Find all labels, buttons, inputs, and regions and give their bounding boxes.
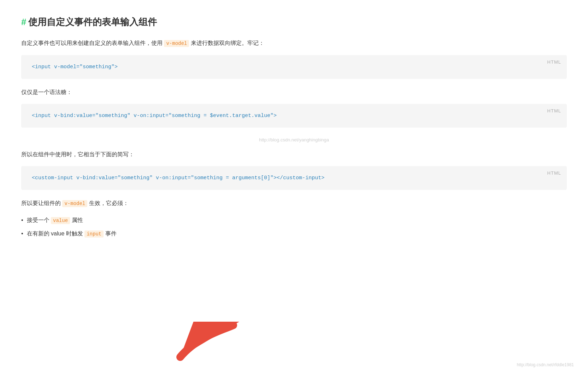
list-item-1-part2: 属性 (72, 217, 83, 223)
lang-label-3: HTML (547, 169, 561, 177)
intro-text-2: 来进行数据双向绑定。牢记： (191, 40, 264, 46)
lang-label-1: HTML (547, 58, 561, 66)
paragraph-4: 所以要让组件的 v-model 生效，它必须： (21, 198, 567, 208)
red-arrow-icon (170, 322, 247, 364)
para3-text: 所以在组件中使用时，它相当于下面的简写： (21, 151, 134, 157)
vmodel-inline-code-1: v-model (164, 40, 189, 47)
vmodel-inline-code-2: v-model (62, 200, 87, 207)
paragraph-2: 仅仅是一个语法糖： (21, 87, 567, 97)
code-line-1: <input v-model="something"> (32, 64, 118, 70)
paragraph-3: 所以在组件中使用时，它相当于下面的简写： (21, 150, 567, 159)
code-block-2: HTML <input v-bind:value="something" v-o… (21, 104, 567, 128)
lang-label-2: HTML (547, 107, 561, 115)
watermark-1: http://blog.csdn.net/yanghingbinga (21, 136, 567, 144)
list-item-1-text: 接受一个 value 属性 (27, 215, 83, 225)
requirements-list: • 接受一个 value 属性 • 在有新的 value 时触发 input 事… (21, 215, 567, 239)
value-inline-code: value (51, 217, 70, 224)
arrow-container (170, 322, 247, 367)
page-title: # 使用自定义事件的表单输入组件 (21, 14, 567, 30)
para4-text-2: 生效，它必须： (89, 200, 129, 206)
list-item-1-part1: 接受一个 (27, 217, 51, 223)
intro-paragraph: 自定义事件也可以用来创建自定义的表单输入组件，使用 v-model 来进行数据双… (21, 38, 567, 48)
list-item-1: • 接受一个 value 属性 (21, 215, 567, 225)
list-item-2-text: 在有新的 value 时触发 input 事件 (27, 229, 117, 239)
list-item-2-part1: 在有新的 value 时触发 (27, 230, 85, 236)
list-item-2: • 在有新的 value 时触发 input 事件 (21, 229, 567, 239)
para4-text-1: 所以要让组件的 (21, 200, 62, 206)
title-hash: # (21, 14, 26, 30)
list-item-2-part2: 事件 (105, 230, 117, 236)
bottom-watermark: http://blog.csdn.net/rfddle1981 (517, 361, 574, 368)
para2-text: 仅仅是一个语法糖： (21, 89, 72, 95)
code-line-2: <input v-bind:value="something" v-on:inp… (32, 113, 277, 119)
intro-text-1: 自定义事件也可以用来创建自定义的表单输入组件，使用 (21, 40, 164, 46)
input-inline-code: input (84, 230, 104, 238)
code-block-3: HTML <custom-input v-bind:value="somethi… (21, 166, 567, 190)
title-text: 使用自定义事件的表单输入组件 (28, 14, 157, 30)
bullet-2: • (21, 229, 23, 238)
code-block-1: HTML <input v-model="something"> (21, 55, 567, 79)
bullet-1: • (21, 215, 23, 225)
code-line-3: <custom-input v-bind:value="something" v… (32, 175, 324, 181)
